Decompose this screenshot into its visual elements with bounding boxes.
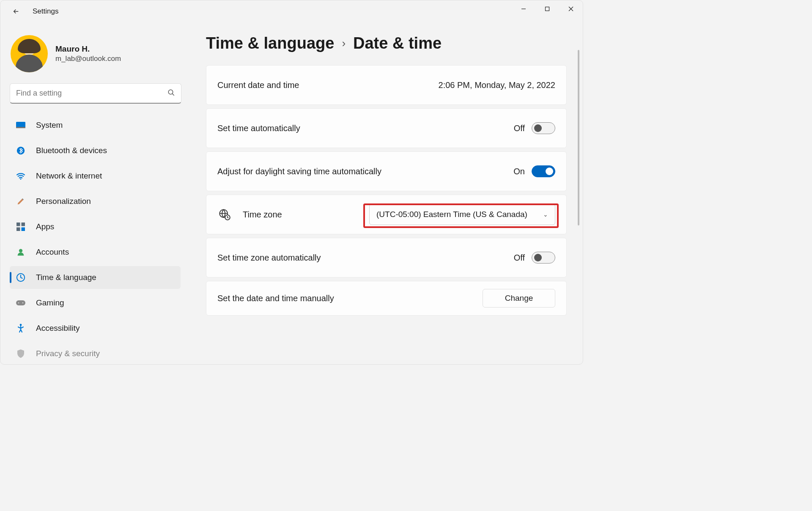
set-tz-auto-toggle[interactable] <box>532 252 555 264</box>
set-time-auto-label: Set time automatically <box>217 124 514 133</box>
svg-rect-11 <box>22 223 25 226</box>
maximize-button[interactable] <box>535 0 559 17</box>
wifi-icon <box>16 171 26 181</box>
brush-icon <box>16 196 26 206</box>
dst-panel: Adjust for daylight saving time automati… <box>206 151 567 191</box>
svg-rect-16 <box>16 300 25 305</box>
sidebar-item-label: Bluetooth & devices <box>36 146 107 155</box>
privacy-icon <box>16 349 26 359</box>
chevron-down-icon: ⌄ <box>543 211 548 218</box>
svg-rect-1 <box>546 7 549 11</box>
search-input[interactable] <box>16 89 167 98</box>
svg-rect-13 <box>22 228 25 231</box>
breadcrumb-current: Date & time <box>353 34 442 52</box>
globe-clock-icon <box>217 207 232 222</box>
sidebar-item-apps[interactable]: Apps <box>10 215 181 238</box>
search-box[interactable] <box>10 83 181 104</box>
sidebar-item-gaming[interactable]: Gaming <box>10 291 181 314</box>
svg-point-14 <box>19 249 22 253</box>
chevron-right-icon: › <box>342 37 346 50</box>
set-time-auto-toggle[interactable] <box>532 122 555 134</box>
svg-line-5 <box>172 93 174 96</box>
account-icon <box>16 247 26 257</box>
svg-point-19 <box>20 324 22 326</box>
sidebar-item-label: Accessibility <box>36 324 80 333</box>
svg-point-9 <box>20 179 22 180</box>
sidebar-item-label: Time & language <box>36 273 96 282</box>
sidebar-item-label: Accounts <box>36 247 69 257</box>
dst-toggle[interactable] <box>532 165 555 177</box>
timezone-selected: (UTC-05:00) Eastern Time (US & Canada) <box>376 210 527 219</box>
minimize-button[interactable] <box>512 0 535 17</box>
main-scrollbar[interactable] <box>578 50 579 225</box>
svg-rect-7 <box>16 127 25 128</box>
sidebar-item-time-language[interactable]: Time & language <box>10 266 181 289</box>
profile-email: m_lab@outlook.com <box>55 55 121 63</box>
breadcrumb-parent[interactable]: Time & language <box>206 34 334 52</box>
breadcrumb: Time & language › Date & time <box>206 34 567 52</box>
current-time-value: 2:06 PM, Monday, May 2, 2022 <box>439 80 555 90</box>
timezone-dropdown[interactable]: (UTC-05:00) Eastern Time (US & Canada) ⌄ <box>369 204 555 225</box>
sidebar-item-label: Personalization <box>36 197 91 206</box>
search-icon <box>167 89 175 98</box>
current-time-label: Current date and time <box>217 80 439 90</box>
dst-label: Adjust for daylight saving time automati… <box>217 167 513 176</box>
set-time-auto-state: Off <box>514 124 525 133</box>
back-button[interactable] <box>8 3 24 19</box>
sidebar-item-system[interactable]: System <box>10 114 181 137</box>
sidebar: Mauro H. m_lab@outlook.com System <box>0 22 191 364</box>
manual-panel: Set the date and time manually Change <box>206 281 567 316</box>
avatar <box>11 35 48 72</box>
dst-state: On <box>513 167 525 176</box>
timezone-label: Time zone <box>243 210 369 220</box>
apps-icon <box>16 222 26 232</box>
current-time-panel: Current date and time 2:06 PM, Monday, M… <box>206 65 567 105</box>
window-controls <box>512 0 583 22</box>
set-tz-auto-state: Off <box>514 253 525 263</box>
sidebar-item-bluetooth[interactable]: Bluetooth & devices <box>10 139 181 162</box>
sidebar-item-accounts[interactable]: Accounts <box>10 241 181 264</box>
profile-block[interactable]: Mauro H. m_lab@outlook.com <box>10 35 181 72</box>
main-content: Time & language › Date & time Current da… <box>191 22 583 364</box>
manual-label: Set the date and time manually <box>217 294 483 303</box>
close-button[interactable] <box>559 0 583 17</box>
sidebar-item-label: System <box>36 121 63 130</box>
sidebar-item-label: Network & internet <box>36 171 102 181</box>
profile-name: Mauro H. <box>55 44 121 54</box>
svg-rect-12 <box>16 228 20 231</box>
sidebar-item-label: Privacy & security <box>36 349 100 358</box>
set-tz-auto-panel: Set time zone automatically Off <box>206 238 567 277</box>
accessibility-icon <box>16 323 26 333</box>
time-language-icon <box>16 272 26 283</box>
nav: System Bluetooth & devices Network & int… <box>10 114 181 364</box>
svg-point-17 <box>18 302 19 304</box>
sidebar-item-accessibility[interactable]: Accessibility <box>10 317 181 340</box>
change-button[interactable]: Change <box>483 289 555 308</box>
set-tz-auto-label: Set time zone automatically <box>217 253 514 263</box>
sidebar-item-privacy[interactable]: Privacy & security <box>10 342 181 364</box>
svg-rect-10 <box>16 223 20 226</box>
svg-rect-6 <box>16 122 25 128</box>
titlebar: Settings <box>0 0 583 22</box>
settings-window: Settings Mauro H. m_lab@outlook.com <box>0 0 583 365</box>
svg-point-4 <box>168 90 173 94</box>
set-time-auto-panel: Set time automatically Off <box>206 108 567 148</box>
gaming-icon <box>16 298 26 308</box>
app-title: Settings <box>33 7 58 16</box>
sidebar-item-label: Apps <box>36 222 54 231</box>
svg-point-18 <box>22 302 24 304</box>
timezone-panel: Time zone (UTC-05:00) Eastern Time (US &… <box>206 195 567 234</box>
sidebar-item-personalization[interactable]: Personalization <box>10 190 181 213</box>
sidebar-item-network[interactable]: Network & internet <box>10 165 181 187</box>
system-icon <box>16 120 26 130</box>
bluetooth-icon <box>16 146 26 156</box>
sidebar-item-label: Gaming <box>36 298 64 308</box>
